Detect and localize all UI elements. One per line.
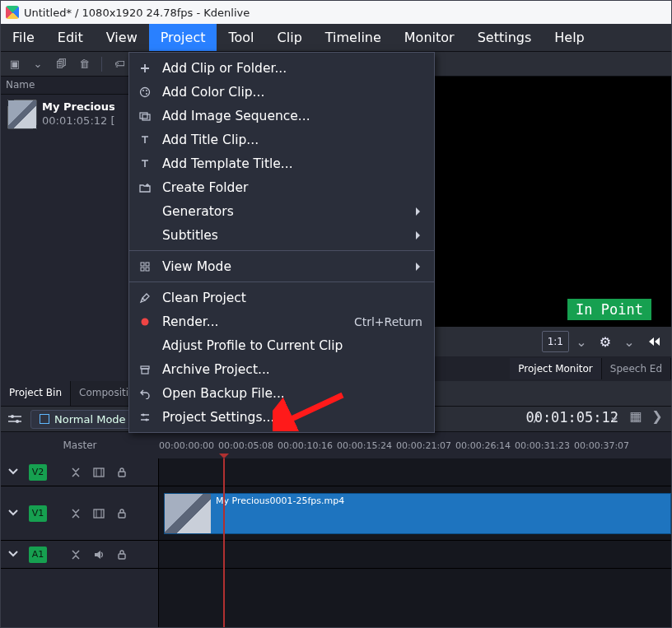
svg-rect-19 [142, 369, 148, 374]
ruler-tick: 00:00:00:00 [159, 440, 218, 451]
track-lock-icon[interactable] [114, 506, 129, 521]
ruler-tick: 00:00:31:23 [515, 440, 574, 451]
clip-meta: My Precious 00:01:05:12 [ [42, 100, 115, 129]
menu-item-add-image-sequence[interactable]: Add Image Sequence... [129, 104, 434, 128]
svg-rect-2 [94, 468, 104, 477]
timeline-clip[interactable]: My Precious0001-25fps.mp4 [164, 493, 671, 534]
menu-help[interactable]: Help [543, 24, 595, 51]
track-fx-icon[interactable] [68, 506, 83, 521]
menu-item-add-color-clip[interactable]: Add Color Clip... [129, 80, 434, 104]
svg-rect-4 [94, 509, 104, 518]
svg-rect-12 [142, 114, 150, 120]
bin-dropdown-icon[interactable]: ⌄ [30, 57, 45, 72]
track-header-v1[interactable]: V1 [1, 486, 158, 541]
menu-item-archive-project[interactable]: Archive Project... [129, 357, 434, 381]
svg-point-10 [146, 93, 147, 95]
menu-settings[interactable]: Settings [466, 24, 544, 51]
track-lock-icon[interactable] [114, 547, 129, 562]
bin-clip-item[interactable]: My Precious 00:01:05:12 [ [1, 95, 128, 134]
menu-item-subtitles[interactable]: Subtitles [129, 223, 434, 247]
track-expand-icon[interactable] [7, 506, 22, 521]
layout-grid-icon[interactable]: ▦ [628, 408, 643, 423]
rewind-button[interactable] [642, 331, 665, 352]
next-arrow-icon[interactable]: ❯ [650, 408, 665, 423]
timeline-tracks[interactable]: My Precious0001-25fps.mp4 [159, 458, 671, 627]
menu-item-icon [138, 410, 152, 425]
track-header-v2[interactable]: V2 [1, 458, 158, 486]
tab-project-bin[interactable]: Project Bin [1, 381, 71, 406]
track-media-icon[interactable] [91, 506, 106, 521]
menu-item-add-template-title[interactable]: Add Template Title... [129, 151, 434, 175]
track-row-v2[interactable] [159, 458, 671, 486]
menu-project[interactable]: Project [149, 24, 217, 51]
menu-edit[interactable]: Edit [46, 24, 95, 51]
menu-file[interactable]: File [1, 24, 46, 51]
menu-item-label: Render... [162, 314, 344, 329]
track-expand-icon[interactable] [7, 465, 22, 480]
menu-item-shortcut: Ctrl+Return [354, 315, 422, 328]
track-header-a1[interactable]: A1 [1, 541, 158, 569]
menu-item-icon [138, 291, 152, 305]
menu-monitor[interactable]: Monitor [393, 24, 466, 51]
monitor-dropdown-icon[interactable]: ⌄ [622, 334, 637, 349]
ruler-tick: 00:00:05:08 [218, 440, 278, 451]
master-track-label[interactable]: Master [1, 432, 159, 458]
zoom-dropdown-icon[interactable]: ⌄ [574, 334, 589, 349]
menu-item-open-backup-file[interactable]: Open Backup File... [129, 381, 434, 405]
menu-clip[interactable]: Clip [266, 24, 314, 51]
monitor-settings-icon[interactable]: ⚙ [594, 331, 617, 352]
menu-item-icon [138, 362, 152, 377]
settings-sliders-icon[interactable] [7, 412, 22, 426]
svg-point-9 [146, 90, 147, 91]
track-name-chip[interactable]: V1 [29, 505, 47, 522]
track-name-chip[interactable]: A1 [29, 547, 47, 563]
menu-item-label: Add Clip or Folder... [162, 61, 422, 76]
menu-item-label: View Mode [162, 259, 422, 274]
bin-target-icon[interactable]: ▣ [7, 57, 22, 72]
track-fx-icon[interactable] [68, 547, 83, 562]
timeline-ruler[interactable]: 00:00:00:0000:00:05:0800:00:10:1600:00:1… [159, 432, 671, 458]
track-media-icon[interactable] [91, 465, 106, 480]
track-media-icon[interactable] [91, 547, 106, 562]
track-name-chip[interactable]: V2 [29, 464, 47, 481]
menu-item-project-settings[interactable]: Project Settings... [129, 405, 434, 429]
track-fx-icon[interactable] [68, 465, 83, 480]
zoom-1-1-button[interactable]: 1:1 [542, 331, 569, 352]
menu-item-adjust-profile-to-current-clip[interactable]: Adjust Profile to Current Clip [129, 333, 434, 357]
svg-point-0 [11, 415, 14, 418]
track-row-a1[interactable] [159, 541, 671, 569]
menu-timeline[interactable]: Timeline [314, 24, 393, 51]
track-expand-icon[interactable] [7, 547, 22, 562]
menu-item-generators[interactable]: Generators [129, 199, 434, 223]
menu-view[interactable]: View [95, 24, 149, 51]
ruler-tick: 00:00:26:14 [455, 440, 515, 451]
menu-item-add-clip-or-folder[interactable]: Add Clip or Folder... [129, 56, 434, 80]
menu-item-clean-project[interactable]: Clean Project [129, 286, 434, 309]
menu-item-create-folder[interactable]: Create Folder [129, 175, 434, 199]
track-row-v1[interactable]: My Precious0001-25fps.mp4 [159, 486, 671, 541]
timeline-clip-thumb [165, 494, 211, 533]
track-headers: V2V1A1 [1, 458, 159, 627]
tab-speech-editor[interactable]: Speech Ed [602, 358, 671, 379]
menu-item-add-title-clip[interactable]: Add Title Clip... [129, 128, 434, 151]
playhead[interactable] [223, 458, 225, 627]
tab-project-monitor[interactable]: Project Monitor [510, 358, 602, 379]
track-lock-icon[interactable] [114, 465, 129, 480]
timecode-dropdown-icon[interactable]: ⌄ [607, 408, 622, 423]
menu-item-render[interactable]: Render...Ctrl+Return [129, 309, 434, 333]
bin-copy-icon[interactable]: 🗐 [54, 57, 68, 72]
titlebar: Untitled* / 1080x1920 24.78fps - Kdenliv… [1, 1, 671, 24]
menu-tool[interactable]: Tool [217, 24, 265, 51]
menu-item-icon [138, 133, 152, 147]
timeline-timecode[interactable]: 00:01:05:12 [525, 409, 618, 426]
clip-thumbnail [7, 100, 37, 129]
menu-item-label: Project Settings... [162, 410, 422, 425]
menu-item-label: Create Folder [162, 180, 422, 195]
menu-item-icon [138, 85, 152, 100]
bin-column-header[interactable]: Name [1, 77, 128, 95]
edit-mode-chip[interactable]: Normal Mode [30, 410, 135, 429]
app-logo-icon [6, 6, 19, 19]
bin-delete-icon[interactable]: 🗑 [77, 57, 91, 72]
bin-tag-icon[interactable]: 🏷 [112, 57, 127, 72]
menu-item-view-mode[interactable]: View Mode [129, 254, 434, 278]
